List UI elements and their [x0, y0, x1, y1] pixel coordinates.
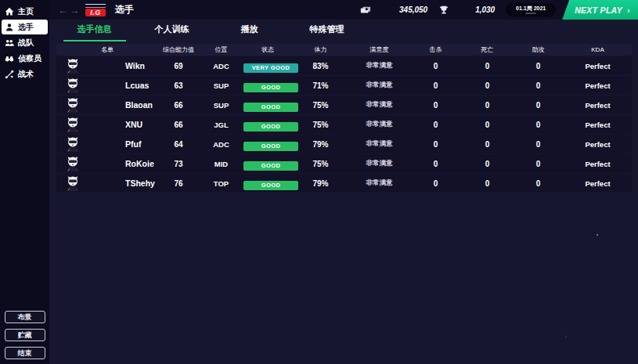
column-header-0: 名单 — [56, 45, 158, 54]
player-overall: 73 — [158, 160, 199, 168]
player-deaths: 0 — [462, 62, 513, 70]
player-stamina: 75% — [292, 160, 349, 168]
sidebar-bottom-button-1[interactable]: 贮藏 — [5, 329, 45, 341]
player-kda: Perfect — [564, 179, 632, 188]
tab-label: 特殊管理 — [296, 23, 359, 41]
column-header-9: KDA — [564, 46, 632, 53]
player-status: GOOD — [243, 98, 292, 112]
table-row-0[interactable]: Wikn 69 ADC VERY GOOD 83% 非常满意 0 0 0 Per… — [56, 56, 632, 75]
player-kda: Perfect — [564, 62, 632, 70]
column-header-6: 击杀 — [409, 45, 462, 54]
player-satisfaction: 非常满意 — [349, 100, 409, 110]
logo-wings-decoration — [85, 4, 106, 8]
status-badge: GOOD — [243, 83, 298, 92]
player-status: GOOD — [243, 137, 292, 151]
player-deaths: 0 — [462, 160, 513, 168]
player-kills: 0 — [409, 101, 462, 110]
date-text: 01.1周 2021 — [514, 5, 548, 12]
player-stamina: 79% — [292, 140, 349, 149]
status-badge: VERY GOOD — [243, 63, 298, 73]
cat-mascot-avatar — [64, 96, 81, 114]
team-logo-text: I.G — [85, 9, 106, 16]
table-body: Wikn 69 ADC VERY GOOD 83% 非常满意 0 0 0 Per… — [56, 56, 632, 193]
column-header-2: 位置 — [199, 45, 243, 54]
table-row-6[interactable]: TShehy 76 TOP GOOD 79% 非常满意 0 0 0 Perfec… — [56, 174, 632, 193]
player-kills: 0 — [409, 179, 462, 188]
next-play-button[interactable]: NEXT PLAY › — [562, 0, 638, 20]
sidebar-item-4[interactable]: 战术 — [2, 67, 48, 81]
team-logo: I.G — [85, 4, 106, 16]
status-badge: GOOD — [243, 142, 298, 151]
player-stamina: 75% — [292, 101, 349, 110]
table-row-2[interactable]: Blaoan 66 SUP GOOD 75% 非常满意 0 0 0 Perfec… — [56, 96, 632, 114]
player-stamina: 79% — [292, 179, 349, 188]
player-overall: 76 — [158, 179, 199, 188]
player-assists: 0 — [513, 101, 564, 110]
tab-2[interactable]: 播放 — [211, 21, 288, 41]
status-badge: GOOD — [243, 181, 298, 190]
column-header-3: 状态 — [243, 45, 292, 54]
table-row-3[interactable]: XNU 66 JGL GOOD 75% 非常满意 0 0 0 Perfect — [56, 115, 632, 134]
tab-1[interactable]: 个人训练 — [133, 21, 211, 41]
cat-mascot-avatar — [64, 116, 81, 133]
player-assists: 0 — [513, 140, 564, 149]
main-area: ← → I.G 选手 345,050 1,030 — [49, 0, 638, 364]
app-window: 主页 选手 战队 侦察员 战术 布景 贮藏 结束 ← → I.G 选手 — [0, 0, 638, 364]
cat-mascot-avatar — [64, 57, 81, 74]
player-kills: 0 — [409, 81, 462, 90]
player-name: Pfuf — [125, 139, 141, 149]
table-row-4[interactable]: Pfuf 64 ADC GOOD 79% 非常满意 0 0 0 Perfect — [56, 135, 632, 153]
sidebar-menu: 主页 选手 战队 侦察员 战术 — [0, 3, 49, 82]
player-stamina: 71% — [292, 81, 349, 90]
cat-mascot-avatar — [64, 175, 81, 192]
column-header-4: 体力 — [292, 45, 349, 54]
status-badge: GOOD — [243, 122, 298, 132]
sidebar-item-2[interactable]: 战队 — [2, 35, 48, 50]
sidebar-item-3[interactable]: 侦察员 — [2, 51, 48, 66]
player-icon — [4, 22, 14, 32]
cat-mascot-avatar — [64, 77, 81, 94]
player-status: GOOD — [243, 157, 292, 171]
tab-label: 个人训练 — [141, 23, 204, 41]
sidebar-bottom-button-0[interactable]: 布景 — [5, 311, 45, 323]
player-overall: 66 — [158, 121, 199, 129]
player-kda: Perfect — [564, 121, 632, 129]
tab-3[interactable]: 特殊管理 — [288, 21, 366, 41]
player-overall: 69 — [158, 62, 199, 70]
player-assists: 0 — [513, 121, 564, 129]
topbar-hud: 345,050 1,030 01.1周 2021 NEXT PLAY › — [360, 0, 638, 20]
forward-icon[interactable]: → — [69, 5, 81, 16]
table-row-1[interactable]: Lcuas 63 SUP GOOD 71% 非常满意 0 0 0 Perfect — [56, 76, 632, 95]
player-tabs: 选手信息 个人训练 播放 特殊管理 — [49, 20, 638, 41]
cat-mascot-avatar — [64, 135, 81, 153]
sidebar-bottom-buttons: 布景 贮藏 结束 — [0, 311, 49, 359]
table-row-5[interactable]: RoKoie 73 MID GOOD 75% 非常满意 0 0 0 Perfec… — [56, 154, 632, 173]
tab-0[interactable]: 选手信息 — [56, 21, 133, 41]
home-icon — [4, 6, 14, 16]
sidebar-bottom-button-2[interactable]: 结束 — [5, 347, 45, 359]
players-table: 名单综合能力值位置状态体力满意度击杀死亡助攻KDA Wikn 69 ADC VE… — [56, 44, 632, 193]
sidebar-item-0[interactable]: 主页 — [2, 4, 48, 19]
column-header-7: 死亡 — [462, 45, 513, 54]
sidebar-item-label: 侦察员 — [18, 53, 41, 64]
tactics-icon — [4, 69, 14, 79]
sidebar-item-1[interactable]: 选手 — [2, 20, 48, 34]
sidebar: 主页 选手 战队 侦察员 战术 布景 贮藏 结束 — [0, 0, 49, 364]
date-badge: 01.1周 2021 — [506, 3, 556, 16]
sidebar-item-label: 选手 — [18, 22, 34, 33]
status-badge: GOOD — [243, 161, 298, 171]
player-satisfaction: 非常满意 — [349, 120, 409, 129]
sidebar-item-label: 主页 — [18, 6, 34, 17]
player-status: GOOD — [243, 117, 292, 132]
tab-label: 选手信息 — [63, 23, 126, 41]
back-icon[interactable]: ← — [57, 5, 69, 16]
column-header-5: 满意度 — [349, 45, 409, 54]
date-progress-decoration — [525, 13, 536, 14]
player-name: Wikn — [125, 61, 145, 70]
player-kills: 0 — [409, 121, 462, 129]
player-satisfaction: 非常满意 — [349, 61, 409, 70]
player-overall: 63 — [158, 81, 199, 90]
player-status: VERY GOOD — [243, 59, 292, 73]
player-status: GOOD — [243, 176, 292, 190]
player-deaths: 0 — [462, 140, 513, 149]
